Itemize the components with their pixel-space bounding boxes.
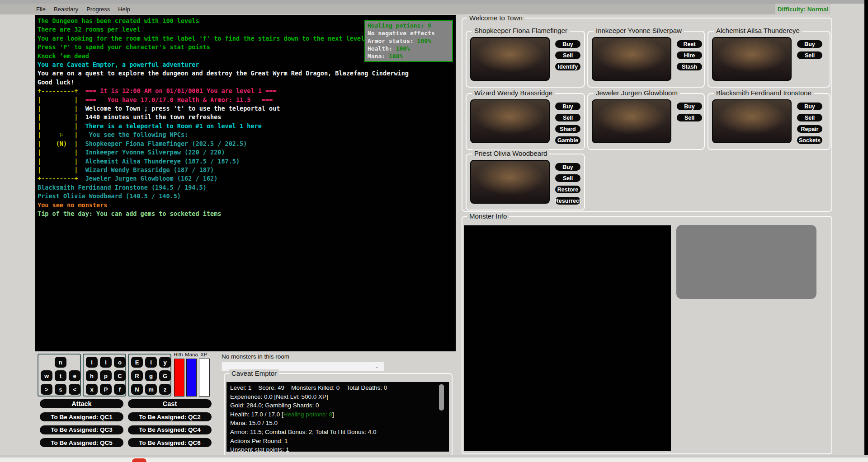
npc-button-buy[interactable]: Buy [555,103,580,110]
npc-name: Priest Olivia Woodbeard [472,149,549,157]
qc-button-5[interactable]: To Be Assigned: QC5 [40,438,123,447]
npc-portrait [592,37,671,81]
status-line: Mana: 100% [368,52,450,60]
monster-info-groupbox: Monster Info [462,216,832,454]
npc-button-sell[interactable]: Sell [677,114,702,121]
game-log: The Dungeon has been created with 100 le… [38,17,409,218]
npc-button-buy[interactable]: Buy [555,40,580,48]
menu-item-beastiary[interactable]: Beastiary [50,6,82,13]
menu-item-progress[interactable]: Progress [82,6,114,13]
npc-button-buy[interactable]: Buy [797,103,822,110]
key-f[interactable]: f [114,384,126,395]
npc-name: Alchemist Ailsa Thundereye [714,27,802,34]
qc-button-2[interactable]: To Be Assigned: QC2 [128,412,212,421]
key-w[interactable]: w [41,370,52,381]
npc-name: Wizard Wendy Brassridge [472,89,555,97]
key-P[interactable]: P [100,384,112,395]
log-line: | | There is a teleportal to Room #1 on … [38,122,409,131]
npc-button-buy[interactable]: Buy [555,163,580,171]
menu-item-help[interactable]: Help [114,6,134,13]
key-lt[interactable]: < [69,384,80,395]
log-line: +---------+ Jeweler Jurgen Glowbloom (16… [38,174,409,183]
npc-button-buy[interactable]: Buy [677,103,702,110]
qc-button-1[interactable]: To Be Assigned: QC1 [40,412,123,421]
log-line: | | Innkeeper Yvonne Silverpaw (220 / 22… [38,148,409,157]
key-l[interactable]: l [100,357,112,368]
qc-button-3[interactable]: To Be Assigned: QC3 [40,425,123,434]
log-line: | | 1440 minutes until the town refreshe… [38,113,409,121]
game-log-panel: The Dungeon has been created with 100 le… [35,15,456,351]
window-top-strip [0,0,868,4]
key-s[interactable]: s [55,384,66,395]
no-monsters-label: No monsters in this room [222,353,289,360]
monster-portrait-placeholder [676,225,816,299]
npc-button-sockets[interactable]: Sockets [797,136,822,144]
key-g[interactable]: g [145,370,157,381]
attack-button[interactable]: Attack [40,399,123,408]
log-line: | | Wizard Wendy Brassridge (187 / 187) [38,166,409,174]
log-line: +---------+ === It is 12:00 AM on 01/01/… [38,87,409,95]
monster-info-canvas [464,225,671,451]
app-window: FileBeastiaryProgressHelp Difficulty: No… [0,0,868,462]
stat-line: Experience: 0.0 [Next Lvl: 500.0 XP] [230,392,387,401]
npc-button-sell[interactable]: Sell [555,174,580,182]
npc-button-stash[interactable]: Stash [677,63,702,70]
npc-button-identify[interactable]: Identify [555,63,580,70]
stat-line: Actions Per Round: 1 [230,437,387,446]
key-x[interactable]: x [86,384,98,395]
npc-button-hire[interactable]: Hire [677,51,702,59]
npc-button-sell[interactable]: Sell [797,51,822,59]
npc-button-sell[interactable]: Sell [555,51,580,59]
npc-button-sell[interactable]: Sell [797,114,822,121]
key-e[interactable]: e [69,370,80,381]
npc-name: Innkeeper Yvonne Silverpaw [594,27,684,34]
stats-scrollbar-thumb[interactable] [439,384,444,411]
key-z[interactable]: z [159,384,171,395]
log-line: Good luck! [38,78,409,87]
status-overlay: Healing potions: 8No negative effectsArm… [364,20,453,62]
menu-item-file[interactable]: File [32,6,50,13]
npc-button-restore[interactable]: Restore [555,186,580,193]
monster-info-title: Monster Info [467,212,509,220]
hlth-bar [174,359,184,397]
log-line: Tip of the day: You can add gems to sock… [38,210,409,218]
key-G[interactable]: G [159,370,171,381]
npc-button-sell[interactable]: Sell [555,114,580,121]
log-line: | | Alchemist Ailsa Thundereye (187.5 / … [38,157,409,166]
key-o[interactable]: o [114,357,126,368]
npc-card-alchemist: Alchemist Ailsa ThundereyeBuySell [708,31,830,88]
key-i[interactable]: i [86,357,98,368]
key-n[interactable]: n [55,357,66,368]
npc-button-buy[interactable]: Buy [797,40,822,48]
stat-line: Level: 1 Score: 49 Monsters Killed: 0 To… [230,383,387,392]
npc-portrait [712,37,792,81]
key-t[interactable]: t [55,370,66,381]
npc-button-repair[interactable]: Repair [797,125,822,133]
npc-portrait [712,99,792,143]
npc-card-wizard: Wizard Wendy BrassridgeBuySellShardGambl… [466,93,585,150]
character-groupbox: Caveat Emptor Level: 1 Score: 49 Monster… [224,373,453,457]
key-y[interactable]: y [159,357,171,368]
key-p[interactable]: p [100,370,112,381]
xp-bar [199,359,210,397]
qc-button-6[interactable]: To Be Assigned: QC6 [128,438,212,447]
key-gt[interactable]: > [41,384,52,395]
log-line: You are on a quest to explore the dungeo… [38,69,409,78]
character-title: Caveat Emptor [229,369,279,377]
key-E[interactable]: E [131,357,143,368]
key-R[interactable]: R [131,370,143,381]
npc-button-shard[interactable]: Shard [555,125,580,133]
partial-red-button[interactable] [132,458,146,462]
npc-button-resurrect[interactable]: Resurrect [555,197,580,205]
key-C[interactable]: C [114,370,126,381]
key-m[interactable]: m [145,384,157,395]
npc-button-gamble[interactable]: Gamble [555,136,580,144]
chevron-down-icon: ⌄ [374,363,379,369]
npc-button-rest[interactable]: Rest [677,40,702,48]
key-N[interactable]: N [131,384,143,395]
status-line: Healing potions: 8 [368,22,450,29]
key-h[interactable]: h [86,370,98,381]
cast-button[interactable]: Cast [128,399,212,408]
key-I[interactable]: I [145,357,157,368]
qc-button-4[interactable]: To Be Assigned: QC4 [128,425,212,434]
